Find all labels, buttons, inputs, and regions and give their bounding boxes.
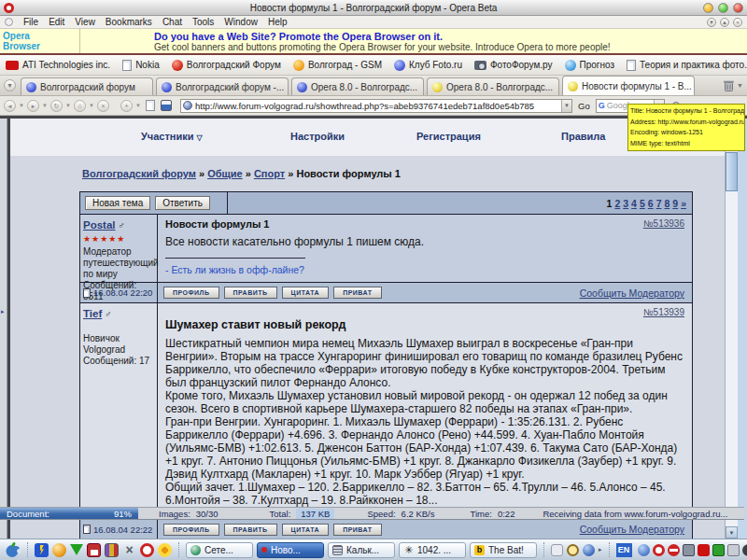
signature-text[interactable]: - Есть ли жизнь в офф-лайне?	[165, 264, 304, 275]
opera-menu-icon[interactable]	[5, 18, 13, 26]
banner-headline[interactable]: Do you have a Web Site? Promote the Oper…	[154, 31, 611, 42]
breadcrumb-forum-link[interactable]: Волгоградский форум	[82, 168, 196, 179]
scrollbar-thumb[interactable]	[726, 152, 738, 191]
new-tab-button[interactable]: +	[120, 100, 133, 112]
bookmark-prognoz[interactable]: Прогноз	[565, 60, 615, 71]
tray-search-icon[interactable]	[567, 544, 579, 556]
tab-volgograd-forum-2[interactable]: Волгоградский форум -...	[156, 77, 289, 95]
new-tab-dropdown-icon[interactable]: ▼	[134, 103, 142, 108]
tab-formula1-news-active[interactable]: Новости формулы 1 - В...	[562, 76, 695, 95]
panel-toggle-arrow-icon[interactable]: ▸	[1, 308, 5, 315]
start-apple-icon[interactable]	[4, 541, 21, 558]
quicklaunch-tools-icon[interactable]: ×	[122, 543, 136, 557]
tray-opera-icon[interactable]	[653, 544, 665, 556]
tab-volgograd-forum-1[interactable]: Волгоградский форум	[21, 77, 153, 95]
bookmark-nokia[interactable]: Nokia	[122, 60, 160, 71]
edit-button[interactable]: ПРАВИТЬ	[224, 524, 277, 536]
tray-blue-icon[interactable]	[638, 544, 650, 556]
mdi-close-icon[interactable]: ×	[733, 18, 742, 27]
breadcrumb-general-link[interactable]: Общие	[207, 168, 243, 179]
address-field[interactable]: http://www.forum-volgograd.ru/showthread…	[180, 99, 572, 113]
page-link-2[interactable]: 2	[614, 198, 620, 209]
task-network[interactable]: Сете...	[186, 542, 253, 558]
page-link-6[interactable]: 6	[648, 198, 654, 209]
report-moderator-link[interactable]: Сообщить Модератору	[580, 524, 692, 535]
page-link-9[interactable]: 9	[672, 198, 678, 209]
bookmark-ati[interactable]: ATI Technologies inc.	[6, 60, 110, 70]
tray-globe-icon[interactable]	[583, 544, 595, 556]
page-link-5[interactable]: 5	[640, 198, 645, 209]
vertical-scrollbar[interactable]: ▲ ▼	[725, 119, 738, 539]
tray-display-icon[interactable]	[683, 544, 695, 556]
address-dropdown-icon[interactable]: ▼	[561, 100, 571, 112]
tab-list-dropdown[interactable]: ▼	[4, 79, 16, 91]
url-text[interactable]: http://www.forum-volgograd.ru/showthread…	[195, 101, 558, 111]
back-dropdown-icon[interactable]: ▼	[18, 103, 25, 108]
language-indicator[interactable]: EN	[616, 543, 632, 557]
save-icon[interactable]	[161, 100, 172, 111]
maximize-button[interactable]	[718, 3, 728, 13]
back-button[interactable]: ◂	[4, 100, 16, 112]
menu-help[interactable]: Help	[268, 17, 288, 27]
page-link-8[interactable]: 8	[664, 198, 669, 209]
home-dropdown-icon[interactable]: ▼	[88, 103, 95, 108]
post-number-link[interactable]: №513936	[643, 218, 684, 229]
menu-view[interactable]: View	[75, 17, 95, 27]
reload-button[interactable]: ↻	[50, 100, 63, 112]
tray-expand-icon[interactable]: ▸	[599, 546, 602, 553]
quote-button[interactable]: ЦИТАТА	[282, 524, 330, 536]
scroll-down-icon[interactable]: ▼	[726, 526, 738, 539]
menu-bookmarks[interactable]: Bookmarks	[106, 17, 152, 27]
quicklaunch-ball-icon[interactable]	[52, 543, 66, 557]
profile-button[interactable]: ПРОФИЛЬ	[163, 287, 219, 299]
nav-registration[interactable]: Регистрация	[416, 131, 481, 142]
forward-button[interactable]: ▸	[27, 100, 39, 112]
close-button[interactable]	[733, 3, 743, 13]
task-calculator[interactable]: Кальк...	[328, 542, 395, 558]
edit-button[interactable]: ПРАВИТЬ	[224, 287, 277, 299]
tray-plug-icon[interactable]	[727, 544, 740, 556]
tray-block-icon[interactable]	[668, 544, 680, 556]
nav-settings[interactable]: Настройки	[290, 131, 345, 142]
post-number-link[interactable]: №513939	[643, 307, 684, 317]
quicklaunch-flashget-icon[interactable]	[35, 543, 49, 557]
forward-dropdown-icon[interactable]: ▼	[41, 103, 49, 108]
menu-edit[interactable]: Edit	[49, 17, 64, 27]
author-link[interactable]: Postal	[83, 219, 116, 231]
profile-button[interactable]: ПРОФИЛЬ	[163, 524, 219, 536]
trash-dropdown-icon[interactable]: ▼	[737, 82, 743, 89]
reload-dropdown-icon[interactable]: ▼	[64, 103, 72, 108]
page-link-next[interactable]: »	[681, 198, 686, 209]
go-button[interactable]: Go	[578, 101, 590, 111]
task-opera-active[interactable]: Ново...	[257, 542, 324, 558]
quote-button[interactable]: ЦИТАТА	[282, 287, 330, 299]
tab-opera8-2[interactable]: Opera 8.0 - Волгоградс...	[427, 77, 559, 95]
tray-ati-icon[interactable]	[698, 544, 710, 556]
private-button[interactable]: ПРИВАТ	[333, 524, 381, 536]
menu-window[interactable]: Window	[224, 17, 258, 27]
breadcrumb-sport-link[interactable]: Спорт	[254, 168, 285, 179]
trash-can[interactable]: ▼	[723, 79, 743, 92]
author-link[interactable]: Tief	[83, 308, 102, 319]
bookmark-foto-theory[interactable]: Теория и практика фото...	[627, 60, 747, 71]
quicklaunch-flower-icon[interactable]	[158, 543, 172, 557]
bookmark-volgograd-forum[interactable]: Волгоградский Форум	[172, 60, 281, 71]
nav-members[interactable]: Участники ▽	[141, 131, 203, 142]
page-link-3[interactable]: 3	[623, 198, 628, 209]
menu-tools[interactable]: Tools	[192, 17, 214, 27]
page-link-4[interactable]: 4	[631, 198, 637, 209]
reply-button[interactable]: Ответить	[155, 196, 210, 210]
stop-button[interactable]: ×	[97, 100, 109, 112]
task-thebat[interactable]: b The Bat!	[470, 542, 537, 558]
tray-mail-icon[interactable]	[551, 544, 563, 556]
mdi-minimize-icon[interactable]: ▼	[707, 18, 716, 27]
page-link-7[interactable]: 7	[656, 198, 662, 209]
quicklaunch-winrar-icon[interactable]	[105, 543, 119, 557]
panel-splitter[interactable]: ▸	[0, 119, 7, 539]
menu-chat[interactable]: Chat	[162, 17, 182, 27]
opera-ad-banner[interactable]: Opera Browser Do you have a Web Site? Pr…	[0, 29, 747, 55]
tray-power-icon[interactable]	[712, 544, 725, 556]
tray-antivirus-icon[interactable]	[742, 544, 747, 556]
minimize-button[interactable]	[703, 3, 713, 13]
bookmark-foto-club[interactable]: Клуб Foto.ru	[394, 60, 462, 71]
